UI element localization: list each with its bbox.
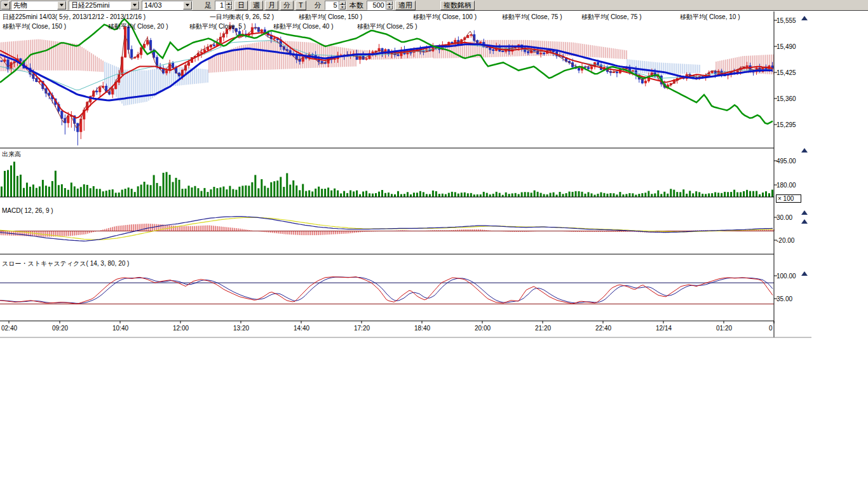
price-axis-label: 15,490 [776,43,796,50]
scroll-up-arrow-icon[interactable] [801,271,808,276]
stoch-axis-label: 35.00 [776,295,792,302]
volume-multiplier-box: × 100 [776,194,801,203]
volume-panel-title: 出来高 [2,150,21,159]
legend-item: 日経225mini 14/03( 5分, 2013/12/12 - 2013/1… [3,13,146,22]
time-axis-label: 21:20 [535,325,551,332]
time-axis-label: 20:00 [475,325,491,332]
legend-item: 移動平均( Close, 5 ) [189,22,246,31]
legend-item: 移動平均( Close, 100 ) [413,13,477,22]
price-axis-label: 15,360 [776,95,796,102]
legend-item: 移動平均( Close, 150 ) [299,13,362,22]
volume-axis-label: 180.00 [776,182,796,189]
time-axis-label: 12:00 [173,325,189,332]
legend-item: 一目均衡表( 9, 26, 52 ) [210,13,274,22]
chart-canvas[interactable] [0,0,868,343]
time-axis-label: 18:40 [414,325,430,332]
legend-item: 移動平均( Close, 10 ) [680,13,740,22]
legend-item: 移動平均( Close, 40 ) [273,22,333,31]
time-axis-label: 17:20 [354,325,370,332]
price-axis-label: 15,425 [776,69,796,76]
legend-item: 移動平均( Close, 75 ) [502,13,562,22]
time-axis-label: 02:40 [1,325,17,332]
macd-axis-label: -20.00 [776,237,794,244]
time-axis-label: 01:20 [716,325,732,332]
legend-item: 移動平均( Close, 25 ) [357,22,417,31]
time-axis-label: 22:40 [595,325,611,332]
scroll-up-arrow-icon[interactable] [801,219,808,224]
legend-item: 移動平均( Close, 75 ) [581,13,641,22]
time-axis-label: 13:20 [233,325,249,332]
price-axis-label: 15,295 [776,121,796,128]
time-axis-label: 0 [769,325,773,332]
stoch-panel-title: スロー・ストキャスティクス( 14, 3, 80, 20 ) [2,259,129,268]
macd-panel-title: MACD( 12, 26, 9 ) [2,207,53,214]
legend-item: 移動平均( Close, 150 ) [3,22,66,31]
volume-axis-label: 495.00 [776,158,796,165]
legend-item: 移動平均( Close, 20 ) [108,22,168,31]
price-axis-label: 15,555 [776,17,796,24]
time-axis-label: 10:40 [112,325,128,332]
stoch-axis-label: 100.00 [776,273,796,280]
macd-axis-label: 30.00 [776,214,792,221]
trading-app-window: 先物 日経225mini 14/03 足 1 ▲▼ 日 週 月 分 T 分 5 … [0,0,868,488]
scroll-up-arrow-icon[interactable] [801,210,808,215]
time-axis-label: 09:20 [52,325,68,332]
scroll-up-arrow-icon[interactable] [801,148,808,152]
time-axis-label: 14:40 [294,325,309,332]
scroll-up-arrow-icon[interactable] [801,16,808,20]
time-axis-label: 12/14 [656,325,672,332]
